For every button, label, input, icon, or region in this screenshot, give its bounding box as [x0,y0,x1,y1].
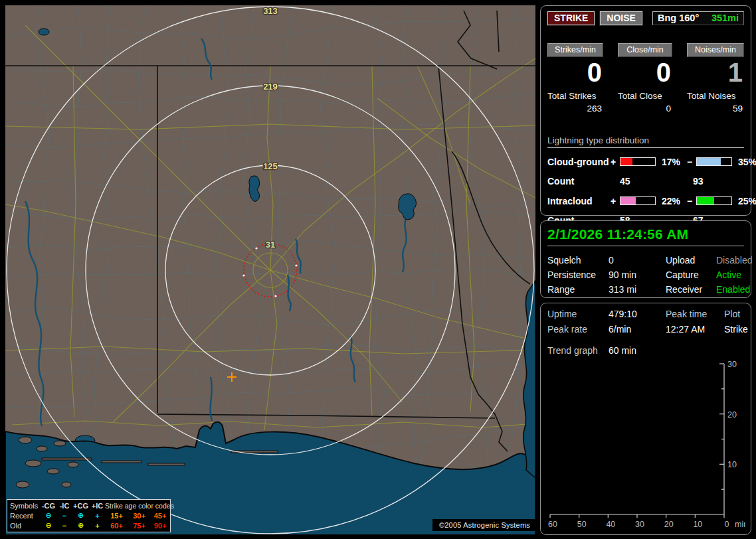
receiver-label: Receiver [666,284,716,295]
age-90: 90+ [150,522,170,530]
neg-cg-bar [696,157,732,166]
noises-per-min-value: 1 [687,59,744,86]
svg-text:10: 10 [693,520,702,529]
capture-status: Active [716,270,752,280]
uptime-label: Uptime [547,309,609,319]
trend-graph-label: Trend graph [547,345,609,356]
svg-text:50: 50 [577,520,587,529]
session-trend-panel: Uptime 479:10 Peak time Plot Peak rate 6… [540,303,751,535]
noises-per-min-label: Noises/min [687,43,744,57]
total-strikes-value: 263 [547,104,603,114]
neg-cg-count: 93 [693,176,744,187]
total-strikes-label: Total Strikes [547,91,603,101]
plus-sign: + [611,196,620,206]
minus-sign: − [687,157,696,167]
neg-cg-pct: 35% [733,157,756,167]
ring-label-125: 125 [263,161,278,171]
peak-rate-label: Peak rate [547,324,609,335]
pos-ic-recent-icon: + [90,512,105,520]
capture-label: Capture [666,270,716,280]
upload-label: Upload [666,255,716,266]
svg-text:20: 20 [727,410,737,420]
legend-row-old-label: Old [10,522,40,530]
squelch-value: 0 [609,255,666,266]
pos-ic-old-icon: + [90,522,105,530]
peak-time-value: 12:27 AM [666,324,724,335]
count-label: Count [547,176,611,187]
neg-ic-old-icon: − [57,522,72,530]
pos-ic-pct: 22% [657,196,687,206]
pos-cg-count: 45 [620,176,693,187]
trend-window-value: 60 min [609,345,744,356]
noises-per-min-column: Noises/min 1 Total Noises 59 [687,43,744,114]
range-value: 351mi [711,13,739,23]
intracloud-row: Intracloud + 22% − 25% [547,194,744,208]
pos-ic-bar [620,196,656,205]
strikes-per-min-label: Strikes/min [547,43,603,57]
pos-cg-bar [620,157,656,166]
svg-text:10: 10 [727,460,737,469]
svg-text:40: 40 [606,520,615,529]
neg-ic-recent-icon: − [57,512,72,520]
plot-value: Strike [724,324,748,335]
lightning-map[interactable]: 313 219 125 31 Symbols -CG -IC +CG +IC S… [5,5,535,535]
ring-label-31: 31 [266,240,275,250]
neg-ic-bar [696,196,732,205]
age-15: 15+ [105,512,128,520]
pos-cg-old-icon: ⊕ [72,521,90,530]
copyright-text: ©2005 Astrogenic Systems [432,519,535,531]
plus-sign: + [611,157,620,167]
legend-age-header: Strike age color codes [105,502,170,510]
pos-cg-recent-icon: ⊕ [72,511,90,520]
strikes-per-min-column: Strikes/min 0 Total Strikes 263 [547,43,603,114]
age-30: 30+ [128,512,150,520]
map-canvas: 313 219 125 31 [5,5,535,535]
legend-col-pos-ic: +IC [90,502,105,510]
age-45: 45+ [150,512,170,520]
time-settings-panel: 2/1/2026 11:24:56 AM Squelch 0 Upload Di… [540,220,751,298]
cloud-ground-count-row: Count 45 93 [547,175,744,187]
svg-text:30: 30 [727,360,737,369]
neg-cg-old-icon: ⊖ [40,521,57,530]
bearing-range-display: Bng 160° 351mi [652,11,744,25]
peak-time-label: Peak time [666,309,724,319]
svg-text:60: 60 [548,520,557,529]
legend-row-recent-label: Recent [10,512,40,520]
range-setting-value: 313 mi [609,284,666,295]
total-noises-label: Total Noises [687,91,744,101]
ring-label-219: 219 [263,82,278,92]
svg-text:0: 0 [725,520,729,529]
legend-col-pos-cg: +CG [72,502,90,510]
strikes-per-min-value: 0 [547,59,603,86]
pos-cg-pct: 17% [657,157,687,167]
persistence-value: 90 min [609,270,666,280]
squelch-label: Squelch [547,255,609,266]
legend-col-neg-cg: -CG [40,502,57,510]
bearing-value: Bng 160° [658,13,699,23]
neg-cg-recent-icon: ⊖ [40,511,57,520]
strike-toggle-button[interactable]: STRIKE [547,11,595,25]
uptime-value: 479:10 [609,309,666,319]
noise-toggle-button[interactable]: NOISE [600,11,642,25]
neg-ic-pct: 25% [733,196,756,206]
cloud-ground-label: Cloud-ground [547,157,611,167]
ring-label-313: 313 [263,6,278,16]
distribution-title: Lightning type distribution [547,135,744,148]
legend-symbols-header: Symbols [10,502,40,510]
persistence-label: Persistence [547,270,609,280]
current-datetime: 2/1/2026 11:24:56 AM [547,226,744,246]
total-close-label: Total Close [618,91,672,101]
close-per-min-value: 0 [618,59,672,86]
minus-sign: − [687,196,696,206]
cloud-ground-row: Cloud-ground + 17% − 35% [547,155,744,169]
peak-rate-value: 6/min [609,324,666,335]
svg-text:20: 20 [664,520,674,529]
trend-graph: 6050403020100min302010 [547,359,745,533]
intracloud-label: Intracloud [547,196,611,206]
strike-stats-panel: STRIKE NOISE Bng 160° 351mi Strikes/min … [540,5,751,216]
legend-col-neg-ic: -IC [57,502,72,510]
range-setting-label: Range [547,284,609,295]
close-per-min-column: Close/min 0 Total Close 0 [618,43,672,114]
total-noises-value: 59 [687,104,744,114]
total-close-value: 0 [618,104,672,114]
